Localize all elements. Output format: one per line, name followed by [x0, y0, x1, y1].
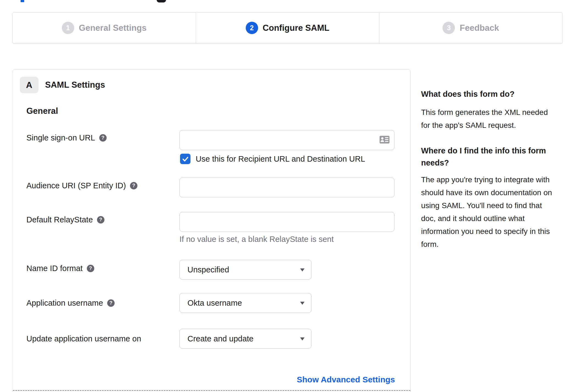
recipient-url-checkbox-row: Use this for Recipient URL and Destinati… — [180, 154, 365, 164]
step-2-label: Configure SAML — [263, 23, 330, 33]
update-app-username-label: Update application username on — [26, 333, 141, 344]
configure-saml-page: 1 General Settings 2 Configure SAML 3 Fe… — [0, 0, 575, 392]
sso-url-input-wrap — [179, 130, 394, 150]
chevron-down-icon — [300, 338, 305, 341]
step-general-settings[interactable]: 1 General Settings — [13, 13, 196, 43]
app-username-value: Okta username — [187, 299, 242, 308]
app-username-select[interactable]: Okta username — [179, 293, 311, 313]
dashed-section-divider — [13, 390, 410, 391]
step-3-label: Feedback — [460, 23, 499, 33]
audience-uri-input[interactable] — [179, 178, 394, 197]
step-configure-saml[interactable]: 2 Configure SAML — [196, 13, 379, 43]
app-username-label: Application username — [26, 297, 103, 308]
step-2-number-badge: 2 — [246, 22, 258, 34]
name-id-format-label-row: Name ID format — [26, 263, 94, 274]
relay-state-label: Default RelayState — [26, 214, 93, 225]
wizard-stepper: 1 General Settings 2 Configure SAML 3 Fe… — [12, 12, 563, 43]
step-feedback[interactable]: 3 Feedback — [379, 13, 562, 43]
name-id-format-help-icon[interactable] — [87, 265, 94, 272]
update-app-username-label-row: Update application username on — [26, 333, 141, 344]
name-id-format-value: Unspecified — [187, 265, 229, 274]
sso-url-help-icon[interactable] — [99, 134, 107, 142]
sso-url-input[interactable] — [179, 130, 394, 150]
relay-state-label-row: Default RelayState — [26, 214, 104, 225]
step-1-label: General Settings — [79, 23, 146, 33]
app-username-label-row: Application username — [26, 297, 115, 308]
recipient-url-checkbox[interactable] — [180, 154, 190, 164]
update-app-username-select[interactable]: Create and update — [179, 329, 311, 349]
audience-uri-label-row: Audience URI (SP Entity ID) — [26, 180, 137, 191]
chevron-down-icon — [300, 302, 305, 305]
name-id-format-select[interactable]: Unspecified — [179, 260, 311, 280]
help-answer-1: This form generates the XML needed for t… — [421, 106, 574, 132]
help-question-2: Where do I find the info this form needs… — [421, 145, 574, 169]
card-title: SAML Settings — [45, 77, 105, 93]
general-section-heading: General — [26, 106, 58, 116]
audience-uri-label: Audience URI (SP Entity ID) — [26, 180, 126, 191]
audience-uri-help-icon[interactable] — [130, 182, 137, 189]
help-question-1: What does this form do? — [421, 89, 574, 100]
sso-url-label: Single sign-on URL — [26, 132, 95, 143]
app-username-help-icon[interactable] — [107, 299, 115, 307]
relay-state-hint: If no value is set, a blank RelayState i… — [179, 235, 334, 244]
name-id-format-label: Name ID format — [26, 263, 83, 274]
step-3-number-badge: 3 — [443, 22, 455, 34]
update-app-username-value: Create and update — [187, 334, 253, 343]
step-1-number-badge: 1 — [62, 22, 74, 34]
help-answer-2: The app you're trying to integrate with … — [421, 173, 574, 251]
relay-state-input[interactable] — [179, 212, 394, 232]
chevron-down-icon — [300, 269, 305, 272]
checkmark-icon — [182, 155, 189, 163]
saml-settings-card: A SAML Settings General Single sign-on U… — [13, 69, 411, 392]
clipped-top-toolbar-fragment — [157, 0, 166, 2]
relay-state-help-icon[interactable] — [97, 216, 104, 223]
section-a-badge: A — [20, 77, 38, 93]
sso-url-label-row: Single sign-on URL — [26, 132, 107, 143]
show-advanced-settings-link[interactable]: Show Advanced Settings — [297, 374, 395, 385]
clipped-top-blue-fragment — [21, 0, 24, 2]
recipient-url-checkbox-label: Use this for Recipient URL and Destinati… — [196, 154, 365, 164]
